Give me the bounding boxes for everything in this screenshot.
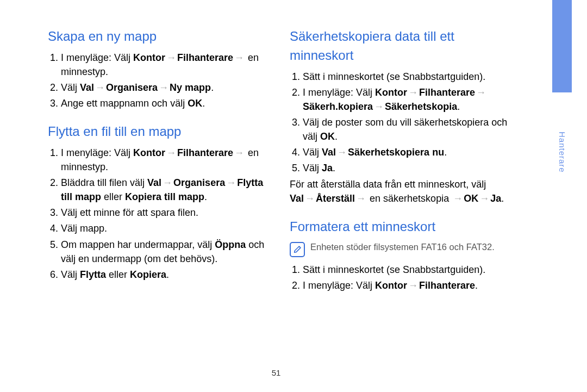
text: Sätt i minneskortet (se Snabbstartguiden…: [303, 264, 485, 275]
text: För att återställa data från ett minnesk…: [290, 179, 486, 190]
text: en säkerhetskopia: [367, 193, 452, 204]
text: Välj: [61, 82, 80, 93]
text: .: [457, 101, 460, 112]
arrow-icon: →: [355, 191, 367, 206]
bold: OK: [464, 193, 478, 204]
bold: Säkerhetskopia: [385, 101, 457, 112]
arrow-icon: →: [225, 176, 237, 190]
bold: Kontor: [133, 52, 165, 63]
arrow-icon: →: [165, 51, 177, 65]
list-backup: Sätt i minneskortet (se Snabbstartguiden…: [290, 70, 509, 176]
section-format: Formatera ett minneskort Enheten stöder …: [290, 217, 509, 293]
text: I menyläge: Välj: [61, 52, 133, 63]
arrow-icon: →: [158, 80, 170, 95]
bold: OK: [320, 131, 335, 142]
arrow-icon: →: [233, 51, 245, 65]
text: I menyläge: Välj: [303, 280, 375, 291]
text: Välj: [303, 163, 322, 173]
arrow-icon: →: [373, 99, 385, 114]
text: Välj mapp.: [61, 223, 107, 234]
section-backup: Säkerhetskopiera data till ett minneskor…: [290, 27, 509, 206]
text: Bläddra till filen välj: [61, 177, 147, 188]
section-move-file: Flytta en fil till en mapp I menyläge: V…: [48, 122, 267, 282]
left-column: Skapa en ny mapp I menyläge: Välj Kontor…: [48, 27, 267, 381]
arrow-icon: →: [165, 146, 177, 160]
arrow-icon: →: [478, 191, 490, 206]
bold: Ja: [322, 163, 333, 173]
list-item: Ange ett mappnamn och välj OK.: [61, 96, 267, 110]
list-item: I menyläge: Välj Kontor→Filhanterare→ en…: [61, 146, 267, 174]
list-item: I menyläge: Välj Kontor→Filhanterare→ en…: [61, 51, 267, 79]
arrow-icon: →: [407, 278, 419, 293]
bold: Ja: [490, 193, 501, 204]
list-move-file: I menyläge: Välj Kontor→Filhanterare→ en…: [48, 146, 267, 282]
list-item: Sätt i minneskortet (se Snabbstartguiden…: [303, 70, 509, 84]
list-item: Sätt i minneskortet (se Snabbstartguiden…: [303, 263, 509, 277]
list-item: Välj Ja.: [303, 161, 509, 175]
bold: Kontor: [375, 280, 407, 291]
list-item: I menyläge: Välj Kontor→Filhanterare.: [303, 278, 509, 293]
arrow-icon: →: [304, 191, 316, 206]
list-item: Bläddra till filen välj Val→Organisera→F…: [61, 176, 267, 204]
text: Sätt i minneskortet (se Snabbstartguiden…: [303, 71, 485, 82]
right-column: Säkerhetskopiera data till ett minneskor…: [290, 27, 509, 381]
text: I menyläge: Välj: [61, 147, 133, 158]
restore-paragraph: För att återställa data från ett minnesk…: [290, 177, 509, 206]
arrow-icon: →: [452, 191, 464, 206]
bold: Filhanterare: [419, 87, 475, 98]
heading-format: Formatera ett minneskort: [290, 217, 509, 237]
section-create-folder: Skapa en ny mapp I menyläge: Välj Kontor…: [48, 27, 267, 110]
note-box: Enheten stöder filsystemen FAT16 och FAT…: [290, 241, 509, 257]
page-number: 51: [0, 367, 552, 379]
text: Välj ett minne för att spara filen.: [61, 207, 198, 218]
text: eller: [101, 191, 125, 202]
arrow-icon: →: [233, 146, 245, 160]
list-format: Sätt i minneskortet (se Snabbstartguiden…: [290, 263, 509, 293]
bold: Val: [322, 147, 336, 158]
bold: Organisera: [106, 82, 158, 93]
thumb-tab-area: Hanterare: [552, 0, 587, 392]
list-item: Välj ett minne för att spara filen.: [61, 206, 267, 220]
text: .: [501, 193, 504, 204]
bold: Val: [147, 177, 161, 188]
bold: Ny mapp: [170, 82, 211, 93]
heading-move-file: Flytta en fil till en mapp: [48, 122, 267, 141]
text: Om mappen har undermappar, välj: [61, 239, 215, 250]
text: .: [204, 191, 207, 202]
bold: OK: [188, 98, 202, 109]
note-icon: [290, 242, 305, 257]
list-item: I menyläge: Välj Kontor→Filhanterare→ Sä…: [303, 85, 509, 114]
bold: Kontor: [133, 147, 165, 158]
text: .: [166, 269, 169, 280]
bold: Val: [80, 82, 94, 93]
note-text: Enheten stöder filsystemen FAT16 och FAT…: [310, 241, 495, 254]
heading-backup: Säkerhetskopiera data till ett minneskor…: [290, 27, 509, 65]
list-item: Välj Val→Organisera→Ny mapp.: [61, 80, 267, 95]
text: Välj: [303, 147, 322, 158]
bold: Flytta: [80, 269, 106, 280]
text: I menyläge: Välj: [303, 87, 375, 98]
arrow-icon: →: [407, 85, 419, 99]
text: .: [335, 131, 338, 142]
bold: Filhanterare: [177, 147, 233, 158]
text: .: [211, 82, 214, 93]
bold: Organisera: [173, 177, 225, 188]
text: .: [444, 147, 447, 158]
bold: Öppna: [215, 239, 246, 250]
arrow-icon: →: [161, 176, 173, 190]
list-item: Välj de poster som du vill säkerhetskopi…: [303, 115, 509, 144]
bold: Återställ: [316, 193, 355, 204]
bold: Säkerhetskopiera nu: [348, 147, 444, 158]
text: Ange ett mappnamn och välj: [61, 98, 188, 109]
tab-text: Hanterare: [556, 132, 568, 173]
list-create-folder: I menyläge: Välj Kontor→Filhanterare→ en…: [48, 51, 267, 110]
bold: Kontor: [375, 87, 407, 98]
list-item: Om mappen har undermappar, välj Öppna oc…: [61, 238, 267, 266]
text: .: [333, 163, 335, 173]
bold: Filhanterare: [177, 52, 233, 63]
bold: Filhanterare: [419, 280, 475, 291]
arrow-icon: →: [475, 85, 487, 99]
text: Välj: [61, 269, 80, 280]
section-tab-marker: [552, 0, 572, 92]
list-item: Välj mapp.: [61, 221, 267, 235]
